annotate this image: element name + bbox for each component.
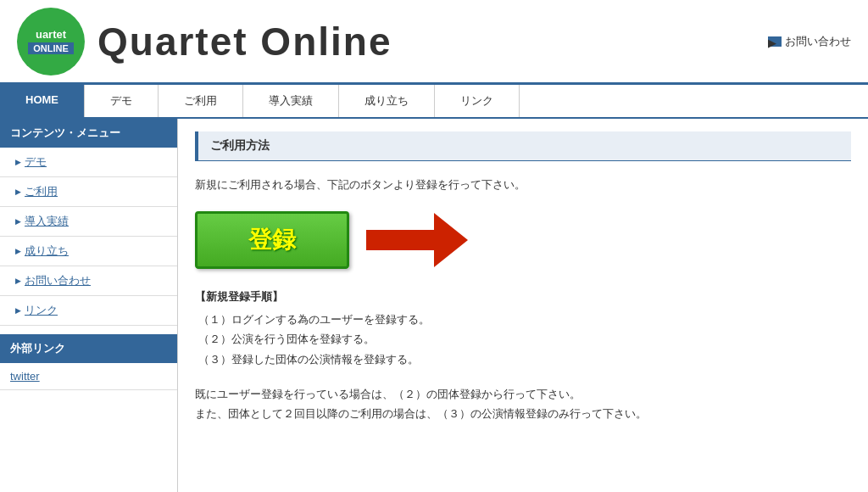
contact-label: お問い合わせ (785, 34, 851, 49)
register-button[interactable]: 登録 (195, 211, 349, 269)
intro-text: 新規にご利用される場合、下記のボタンより登録を行って下さい。 (195, 176, 851, 194)
nav-usage[interactable]: ご利用 (159, 85, 243, 117)
step-1: （１）ログインする為のユーザーを登録する。 (198, 310, 851, 329)
content-area: コンテンツ・メニュー デモ ご利用 導入実績 成り立ち お問い合わせ リンク 外… (0, 119, 868, 492)
contact-link[interactable]: ▶ お問い合わせ (768, 34, 851, 49)
sidebar-item-demo[interactable]: デモ (0, 148, 177, 177)
sidebar: コンテンツ・メニュー デモ ご利用 導入実績 成り立ち お問い合わせ リンク 外… (0, 119, 178, 492)
nav-results[interactable]: 導入実績 (243, 85, 339, 117)
nav-home[interactable]: HOME (0, 85, 85, 117)
arrow-head (434, 213, 468, 267)
logo: uartet ONLINE (17, 8, 85, 75)
sidebar-menu-header: コンテンツ・メニュー (0, 119, 177, 148)
sidebar-external-header: 外部リンク (0, 334, 177, 363)
nav-about[interactable]: 成り立ち (339, 85, 435, 117)
register-area: 登録 (195, 211, 851, 269)
arrow-body (366, 230, 434, 250)
note-2: また、団体として２回目以降のご利用の場合は、（３）の公演情報登録のみ行って下さい… (195, 404, 851, 423)
logo-top: uartet (36, 28, 66, 41)
page-title: ご利用方法 (195, 131, 851, 161)
arrow (366, 213, 468, 267)
header: uartet ONLINE Quartet Online ▶ お問い合わせ (0, 0, 868, 85)
step-2: （２）公演を行う団体を登録する。 (198, 329, 851, 349)
sidebar-item-usage[interactable]: ご利用 (0, 177, 177, 207)
nav-links[interactable]: リンク (435, 85, 520, 117)
logo-bottom: ONLINE (28, 42, 74, 54)
sidebar-item-about[interactable]: 成り立ち (0, 237, 177, 266)
site-title: Quartet Online (97, 19, 768, 64)
note-1: 既にユーザー登録を行っている場合は、（２）の団体登録から行って下さい。 (195, 384, 851, 404)
sidebar-item-contact[interactable]: お問い合わせ (0, 266, 177, 296)
steps-title: 【新規登録手順】 (195, 289, 851, 305)
nav-bar: HOME デモ ご利用 導入実績 成り立ち リンク (0, 85, 868, 119)
steps-section: 【新規登録手順】 （１）ログインする為のユーザーを登録する。 （２）公演を行う団… (195, 289, 851, 369)
note-section: 既にユーザー登録を行っている場合は、（２）の団体登録から行って下さい。 また、団… (195, 384, 851, 424)
sidebar-item-results[interactable]: 導入実績 (0, 207, 177, 237)
sidebar-item-links[interactable]: リンク (0, 296, 177, 326)
main-content: ご利用方法 新規にご利用される場合、下記のボタンより登録を行って下さい。 登録 … (178, 119, 868, 492)
sidebar-item-twitter[interactable]: twitter (0, 363, 177, 390)
nav-demo[interactable]: デモ (85, 85, 159, 117)
step-3: （３）登録した団体の公演情報を登録する。 (198, 349, 851, 369)
mail-icon: ▶ (768, 36, 782, 47)
